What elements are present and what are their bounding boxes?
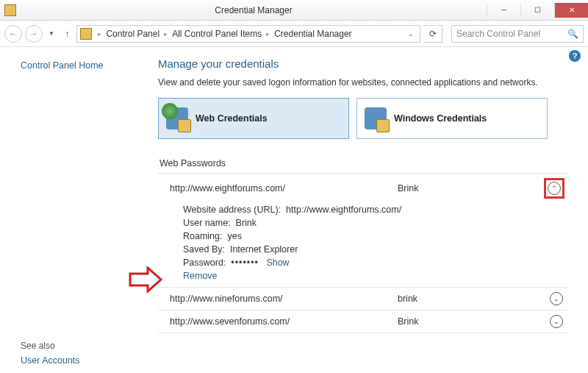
- chevron-right-icon: ▸: [164, 30, 168, 38]
- detail-savedby-label: Saved By:: [183, 244, 225, 255]
- detail-roaming-value: yes: [227, 231, 241, 241]
- breadcrumb-credential-manager[interactable]: Credential Manager: [273, 29, 353, 39]
- expand-icon[interactable]: ⌄: [550, 292, 563, 305]
- detail-url-label: Website address (URL):: [183, 205, 281, 215]
- tab-windows-credentials[interactable]: Windows Credentials: [356, 98, 548, 139]
- remove-credential-link[interactable]: Remove: [183, 271, 218, 281]
- section-web-passwords: Web Passwords: [158, 155, 567, 174]
- see-also-label: See also: [21, 341, 55, 351]
- nav-toolbar: ← → ▼ ↑ ▸ Control Panel ▸ All Control Pa…: [0, 21, 588, 47]
- entry-details: Website address (URL): http://www.eightf…: [158, 203, 567, 287]
- user-accounts-link[interactable]: User Accounts: [21, 355, 80, 366]
- search-icon: 🔍: [567, 29, 578, 39]
- entry-user: brink: [398, 294, 550, 304]
- title-bar: Credential Manager ─ ☐ ✕: [0, 0, 588, 21]
- entry-user: Brink: [398, 183, 544, 193]
- entry-url: http://www.sevenforums.com/: [170, 316, 398, 327]
- detail-url-value: http://www.eightforums.com/: [286, 205, 401, 215]
- tab-windows-label: Windows Credentials: [394, 113, 487, 124]
- collapse-icon[interactable]: ⌃: [548, 182, 561, 195]
- entry-url: http://www.eightforums.com/: [170, 183, 398, 193]
- credential-entry: http://www.nineforums.com/ brink ⌄: [158, 288, 567, 310]
- credential-entry: http://www.eightforums.com/ Brink ⌃ Webs…: [158, 174, 567, 288]
- tab-web-label: Web Credentials: [196, 113, 268, 124]
- address-bar[interactable]: ▸ Control Panel ▸ All Control Panel Item…: [76, 25, 420, 43]
- show-password-link[interactable]: Show: [266, 257, 289, 268]
- search-input[interactable]: Search Control Panel 🔍: [451, 25, 584, 43]
- close-button[interactable]: ✕: [554, 3, 588, 18]
- entry-url: http://www.nineforums.com/: [170, 294, 398, 304]
- entry-user: Brink: [398, 316, 550, 327]
- chevron-right-icon: ▸: [98, 30, 101, 38]
- annotation-highlight-box: ⌃: [544, 178, 564, 199]
- up-button[interactable]: ↑: [60, 28, 74, 39]
- chevron-right-icon: ▸: [266, 30, 270, 38]
- credential-entry: http://www.sevenforums.com/ Brink ⌄: [158, 310, 567, 333]
- breadcrumb-control-panel[interactable]: Control Panel: [104, 29, 161, 39]
- control-panel-home-link[interactable]: Control Panel Home: [21, 60, 158, 71]
- address-dropdown[interactable]: ⌄: [404, 30, 418, 38]
- folder-icon: [80, 28, 92, 40]
- detail-password-mask: •••••••: [231, 257, 259, 268]
- main-content: ? Manage your credentials View and delet…: [158, 47, 588, 373]
- monitor-safe-icon: [365, 107, 387, 129]
- entry-header[interactable]: http://www.sevenforums.com/ Brink ⌄: [158, 310, 567, 333]
- detail-roaming-label: Roaming:: [183, 231, 223, 241]
- tab-web-credentials[interactable]: Web Credentials: [158, 98, 349, 139]
- entry-header[interactable]: http://www.nineforums.com/ brink ⌄: [158, 288, 567, 310]
- back-button[interactable]: ←: [4, 25, 22, 43]
- help-icon[interactable]: ?: [569, 50, 581, 62]
- page-subheading: View and delete your saved logon informa…: [158, 77, 567, 88]
- detail-user-label: User name:: [183, 218, 231, 228]
- history-dropdown[interactable]: ▼: [46, 30, 57, 37]
- detail-savedby-value: Internet Explorer: [230, 244, 298, 255]
- window-title: Credential Manager: [21, 5, 487, 15]
- sidebar: Control Panel Home See also User Account…: [0, 47, 158, 373]
- detail-user-value: Brink: [236, 218, 257, 228]
- breadcrumb-all-items[interactable]: All Control Panel Items: [171, 29, 263, 39]
- annotation-arrow-icon: [129, 266, 162, 293]
- entry-header[interactable]: http://www.eightforums.com/ Brink ⌃: [158, 174, 567, 203]
- search-placeholder: Search Control Panel: [456, 29, 540, 39]
- page-heading: Manage your credentials: [158, 57, 567, 70]
- expand-icon[interactable]: ⌄: [550, 315, 563, 328]
- forward-button[interactable]: →: [25, 25, 43, 43]
- minimize-button[interactable]: ─: [487, 3, 520, 18]
- maximize-button[interactable]: ☐: [520, 3, 554, 18]
- refresh-button[interactable]: ⟳: [423, 25, 442, 43]
- detail-password-label: Password:: [183, 257, 226, 268]
- app-icon: [4, 4, 16, 16]
- globe-safe-icon: [166, 107, 188, 129]
